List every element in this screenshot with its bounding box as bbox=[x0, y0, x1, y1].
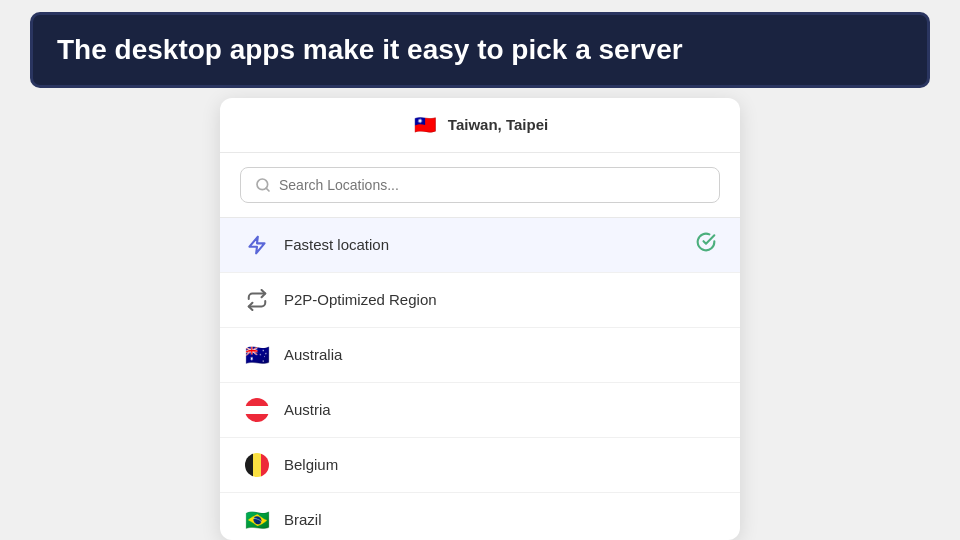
app-window: 🇹🇼 Taiwan, Taipei Fastest location bbox=[220, 98, 740, 540]
australia-label: Australia bbox=[284, 346, 716, 363]
brazil-label: Brazil bbox=[284, 511, 716, 528]
belgium-label: Belgium bbox=[284, 456, 716, 473]
search-input[interactable] bbox=[279, 177, 705, 193]
headline-text: The desktop apps make it easy to pick a … bbox=[57, 33, 903, 67]
list-item[interactable]: 🇦🇺 Australia bbox=[220, 328, 740, 383]
current-location-bar: 🇹🇼 Taiwan, Taipei bbox=[220, 98, 740, 153]
australia-flag: 🇦🇺 bbox=[244, 342, 270, 368]
headline-banner: The desktop apps make it easy to pick a … bbox=[30, 12, 930, 88]
locations-list: Fastest location P2P-Optimized Region bbox=[220, 218, 740, 540]
fastest-location-label: Fastest location bbox=[284, 236, 682, 253]
svg-line-1 bbox=[266, 188, 269, 191]
list-item[interactable]: Austria bbox=[220, 383, 740, 438]
list-item[interactable]: P2P-Optimized Region bbox=[220, 273, 740, 328]
list-item[interactable]: Fastest location bbox=[220, 218, 740, 273]
search-bar bbox=[220, 153, 740, 218]
list-item[interactable]: 🇧🇷 Brazil bbox=[220, 493, 740, 540]
svg-marker-2 bbox=[250, 236, 265, 253]
p2p-icon bbox=[244, 287, 270, 313]
list-item[interactable]: Belgium bbox=[220, 438, 740, 493]
current-flag: 🇹🇼 bbox=[412, 112, 438, 138]
current-location-label: Taiwan, Taipei bbox=[448, 116, 548, 133]
checkmark-icon bbox=[696, 232, 716, 257]
brazil-flag: 🇧🇷 bbox=[244, 507, 270, 533]
belgium-flag bbox=[244, 452, 270, 478]
search-icon bbox=[255, 177, 271, 193]
austria-label: Austria bbox=[284, 401, 716, 418]
p2p-label: P2P-Optimized Region bbox=[284, 291, 716, 308]
search-input-wrapper[interactable] bbox=[240, 167, 720, 203]
lightning-icon bbox=[244, 232, 270, 258]
austria-flag bbox=[244, 397, 270, 423]
